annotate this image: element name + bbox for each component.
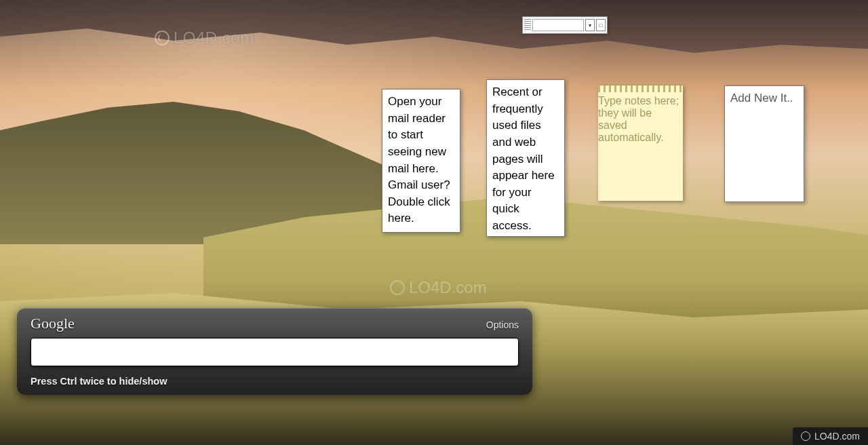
watermark-text: LO4D.com [174, 28, 254, 47]
mini-toolbar-dropdown-button[interactable]: ▾ [585, 19, 595, 31]
square-icon: □ [599, 22, 603, 28]
google-logo: Google [31, 315, 75, 332]
wallpaper-mountains [0, 0, 868, 81]
scratchpad-placeholder: Type notes here; they will be saved auto… [598, 95, 679, 143]
watermark-logo-middle: LO4D.com [390, 278, 487, 297]
options-link[interactable]: Options [486, 320, 519, 330]
todo-list-gadget[interactable]: Add New It.. [724, 85, 804, 202]
watermark-logo-bottom: LO4D.com [793, 427, 868, 445]
todo-add-placeholder: Add New It.. [730, 92, 793, 104]
drag-grip-icon[interactable] [524, 19, 531, 31]
globe-icon [390, 280, 405, 295]
watermark-text: LO4D.com [409, 278, 487, 297]
globe-icon [155, 31, 170, 45]
mini-toolbar-expand-button[interactable]: □ [596, 19, 606, 31]
mail-gadget-text: Open your mail reader to start seeing ne… [388, 95, 450, 225]
mail-gadget[interactable]: Open your mail reader to start seeing ne… [382, 89, 460, 233]
search-input[interactable] [31, 338, 519, 366]
search-hint-text: Press Ctrl twice to hide/show [31, 376, 519, 387]
recent-files-text: Recent or frequently used files and web … [492, 85, 555, 232]
recent-files-gadget[interactable]: Recent or frequently used files and web … [486, 79, 565, 237]
watermark-text: LO4D.com [814, 431, 860, 442]
desktop-wallpaper: LO4D.com LO4D.com LO4D.com ▾ □ Open your… [0, 0, 868, 445]
globe-icon [801, 431, 810, 441]
mini-toolbar-input[interactable] [532, 19, 584, 31]
watermark-logo-top: LO4D.com [155, 28, 254, 47]
mini-toolbar-gadget[interactable]: ▾ □ [522, 16, 608, 34]
chevron-down-icon: ▾ [589, 22, 591, 28]
google-search-bar: Google Options Press Ctrl twice to hide/… [17, 308, 532, 395]
scratchpad-gadget[interactable]: Type notes here; they will be saved auto… [598, 85, 683, 201]
